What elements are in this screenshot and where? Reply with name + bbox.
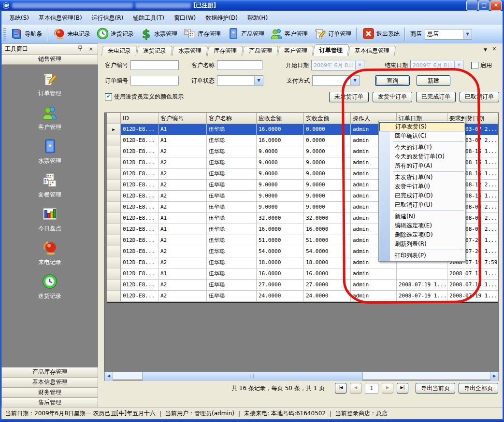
- sidebar-item[interactable]: 客户管理: [21, 104, 79, 131]
- context-menu-item[interactable]: 今天的订单(T): [379, 143, 464, 152]
- sidebar-item[interactable]: 送货记录: [21, 273, 79, 300]
- table-cell: 012D-E8...: [121, 202, 158, 213]
- tab-item[interactable]: 基本信息管理: [348, 46, 396, 56]
- end-date-picker[interactable]: 2009年 6月 8日 ▼: [410, 60, 463, 70]
- page-number-input[interactable]: [365, 383, 378, 394]
- sidebar-item[interactable]: 订单管理: [21, 70, 79, 98]
- tab-item[interactable]: 客户管理: [278, 46, 314, 56]
- tab-list-dropdown-icon[interactable]: ▼: [484, 47, 487, 52]
- context-menu-item[interactable]: 已取消订单(U): [379, 200, 464, 210]
- first-page-button[interactable]: |◀: [335, 383, 346, 394]
- tab-active[interactable]: 订单管理: [313, 44, 349, 56]
- scrollbar-thumb[interactable]: [142, 372, 363, 380]
- context-menu-item[interactable]: 编辑选定项(E): [379, 221, 464, 230]
- sidebar-group-sales[interactable]: 销售管理: [1, 55, 98, 65]
- customer-name-input[interactable]: [217, 60, 262, 70]
- sidebar-item[interactable]: 来电记录: [21, 239, 79, 267]
- tab-item[interactable]: 来电记录: [101, 46, 138, 56]
- sidebar-item[interactable]: 套餐管理: [21, 172, 79, 199]
- pin-icon[interactable]: [76, 45, 84, 53]
- column-header[interactable]: 客户名称: [207, 113, 257, 124]
- horizontal-scrollbar[interactable]: ◀ ▶: [104, 372, 499, 380]
- order-status-select[interactable]: ▼: [217, 75, 263, 86]
- order-status-filter-button[interactable]: 已取消订单: [460, 92, 499, 102]
- order-status-filter-button[interactable]: 未发货订单: [329, 92, 369, 102]
- shop-select[interactable]: 总店▼: [425, 29, 472, 40]
- context-menu-item[interactable]: 今天的发货订单(O): [379, 152, 464, 161]
- context-menu-item[interactable]: 打印列表(P): [379, 251, 464, 260]
- customer-no-input[interactable]: [130, 60, 179, 70]
- context-menu-item[interactable]: 刷新列表(R): [379, 239, 464, 249]
- color-option-checkbox[interactable]: ✔: [105, 93, 112, 100]
- toolbar-button[interactable]: 产品管理: [224, 26, 267, 42]
- pay-method-label: 支付方式: [287, 77, 310, 85]
- toolbar-button[interactable]: 客户管理: [267, 26, 311, 42]
- toolbar-button[interactable]: 来电记录: [50, 26, 93, 42]
- tab-label: 送货记录: [143, 46, 166, 56]
- scroll-right-icon[interactable]: ▶: [490, 372, 499, 380]
- toolbar-button[interactable]: 送货记录: [93, 26, 137, 42]
- column-header[interactable]: 应收金额: [257, 113, 304, 124]
- prev-page-button[interactable]: ◀: [350, 383, 361, 394]
- sidebar-item-label: 今日盘点: [38, 225, 61, 233]
- last-page-button[interactable]: ▶|: [397, 383, 408, 394]
- toolbar-button[interactable]: 导航条: [7, 26, 45, 42]
- sidebar-close-icon[interactable]: ×: [87, 46, 95, 52]
- menubar-item[interactable]: 帮助(H): [243, 13, 272, 24]
- context-menu-item[interactable]: 所有的订单(A): [379, 161, 464, 170]
- column-header[interactable]: 客户编号: [158, 113, 207, 124]
- new-button[interactable]: 新建: [417, 75, 450, 86]
- table-row[interactable]: 012D-E8...A2伍华聪27.000027.0000admin2008-0…: [107, 280, 498, 291]
- close-button[interactable]: ×: [490, 0, 502, 11]
- scroll-left-icon[interactable]: ◀: [104, 372, 113, 380]
- menubar-item[interactable]: 系统(S): [5, 13, 33, 24]
- table-cell: 伍华聪: [207, 213, 257, 224]
- menubar-item[interactable]: 数据维护(D): [201, 13, 242, 24]
- menu-bar: 系统(S)基本信息管理(B)运行信息(R)辅助工具(T)窗口(W)数据维护(D)…: [0, 11, 504, 25]
- tab-item[interactable]: 送货记录: [137, 46, 173, 56]
- tab-item[interactable]: 水票管理: [172, 46, 208, 56]
- sidebar-item[interactable]: 水票管理: [21, 138, 79, 165]
- sidebar-group-button[interactable]: 产品库存管理: [1, 367, 98, 378]
- context-menu-item[interactable]: 订单发货(S): [379, 122, 464, 131]
- table-row[interactable]: 012D-E8...A1伍华聪16.000016.0000admin2008-0…: [107, 268, 498, 280]
- menubar-item[interactable]: 基本信息管理(B): [34, 13, 86, 24]
- title-bar: [已注册] _ □ ×: [0, 0, 504, 11]
- context-menu-item[interactable]: 发货中订单(I): [379, 182, 464, 191]
- table-cell: 9.0000: [304, 202, 351, 213]
- toolbar-button[interactable]: 库存管理: [180, 26, 224, 42]
- sidebar-group-button[interactable]: 售后管理: [1, 398, 98, 408]
- enable-checkbox[interactable]: [471, 62, 478, 69]
- query-button[interactable]: 查询: [375, 75, 410, 86]
- toolbar-button[interactable]: $水票管理: [137, 26, 180, 42]
- tab-item[interactable]: 库存管理: [207, 46, 244, 56]
- start-date-picker[interactable]: 2009年 6月 8日 ▼: [311, 60, 364, 70]
- sidebar-group-button[interactable]: 基本信息管理: [1, 378, 98, 388]
- context-menu-item[interactable]: 新建(N): [379, 212, 464, 221]
- context-menu-item[interactable]: 回单确认(C): [379, 131, 464, 141]
- export-all-pages-button[interactable]: 导出全部页: [459, 383, 498, 394]
- sidebar-group-button[interactable]: 财务管理: [1, 388, 98, 398]
- column-header[interactable]: ID: [121, 113, 158, 124]
- maximize-button[interactable]: □: [478, 0, 490, 11]
- table-row[interactable]: 012D-E8...A2伍华聪24.000024.0000admin2008-0…: [107, 291, 498, 302]
- next-page-button[interactable]: ▶: [382, 383, 393, 394]
- export-current-page-button[interactable]: 导出当前页: [416, 383, 455, 394]
- minimize-button[interactable]: _: [466, 0, 477, 11]
- sidebar-item[interactable]: 今日盘点: [21, 206, 79, 233]
- context-menu-item[interactable]: 已完成订单(D): [379, 191, 464, 200]
- menubar-item[interactable]: 运行信息(R): [87, 13, 128, 24]
- tab-close-icon[interactable]: ×: [492, 45, 497, 52]
- context-menu-item[interactable]: 删除选定项(D): [379, 230, 464, 239]
- order-no-input[interactable]: [130, 76, 179, 85]
- pay-method-select[interactable]: ▼: [312, 75, 360, 86]
- menubar-item[interactable]: 辅助工具(T): [129, 13, 169, 24]
- toolbar-button[interactable]: 退出系统: [359, 26, 403, 42]
- toolbar-button[interactable]: 订单管理: [311, 26, 354, 42]
- tab-item[interactable]: 产品管理: [243, 46, 279, 56]
- menubar-item[interactable]: 窗口(W): [170, 13, 200, 24]
- column-header[interactable]: 实收金额: [304, 113, 351, 124]
- context-menu-item[interactable]: 未发货订单(N): [379, 173, 464, 182]
- order-status-filter-button[interactable]: 已完成订单: [416, 92, 456, 102]
- order-status-filter-button[interactable]: 发货中订单: [373, 92, 412, 102]
